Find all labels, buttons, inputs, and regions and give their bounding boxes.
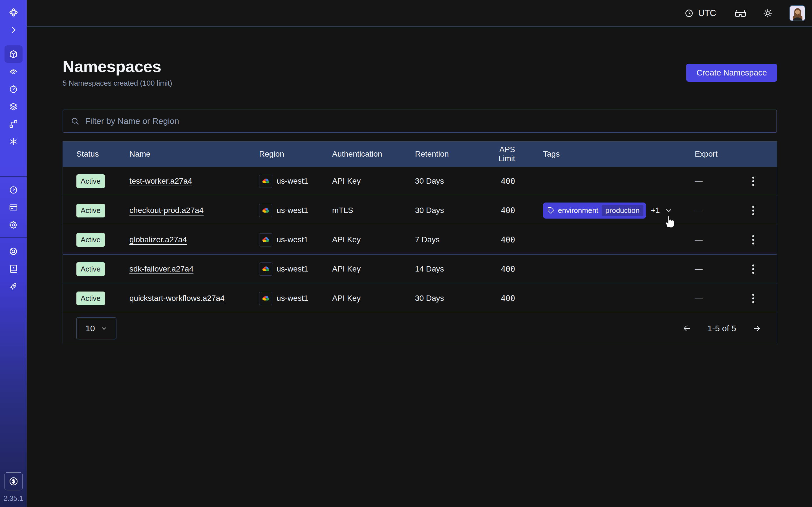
namespaces-page: 2.35.1 UTC Namespaces 5 Namespaces creat…: [0, 0, 812, 507]
export-value: —: [695, 206, 747, 215]
retention: 14 Days: [415, 265, 483, 274]
export-value: —: [695, 177, 747, 186]
namespace-count: 5 Namespaces created (100 limit): [63, 79, 172, 88]
badge-dollar-icon: [8, 476, 18, 487]
table-header: Status Name Region Authentication Retent…: [63, 142, 777, 166]
sidebar-item-schedules[interactable]: [4, 80, 22, 98]
sidebar-item-settings[interactable]: [4, 216, 22, 233]
tags-expand-chevron[interactable]: [665, 207, 673, 214]
layers-icon: [9, 102, 18, 111]
row-menu-button[interactable]: [751, 233, 756, 246]
clock-icon: [684, 9, 694, 18]
tag-pill[interactable]: environment production: [543, 203, 646, 219]
next-page-button[interactable]: [750, 323, 763, 334]
gear-icon: [9, 220, 18, 230]
col-aps-limit: APS Limit: [483, 145, 543, 163]
namespace-link[interactable]: checkout-prod.a27a4: [130, 206, 204, 215]
timer-icon: [9, 84, 18, 94]
sidebar-item-deployments[interactable]: [4, 98, 22, 115]
page-size-select[interactable]: 10: [77, 318, 116, 339]
sidebar-item-nexus[interactable]: [4, 63, 22, 80]
gcp-cloud-icon: [259, 263, 272, 276]
theme-toggle[interactable]: [763, 8, 772, 18]
row-menu-button[interactable]: [751, 292, 756, 305]
sidebar-item-batch-operations[interactable]: [4, 133, 22, 150]
col-status: Status: [77, 150, 130, 159]
export-value: —: [695, 235, 747, 244]
prev-page-button[interactable]: [680, 323, 693, 334]
col-authentication: Authentication: [332, 150, 415, 159]
status-badge: Active: [77, 291, 105, 305]
col-export: Export: [695, 150, 747, 159]
timezone-selector[interactable]: UTC: [684, 8, 716, 18]
aps-limit: 400: [483, 177, 543, 186]
credit-card-icon: [9, 203, 18, 212]
auth-method: API Key: [332, 265, 415, 274]
export-value: —: [695, 294, 747, 303]
sidebar-divider: [0, 237, 27, 238]
row-menu-button[interactable]: [751, 263, 756, 276]
namespace-link[interactable]: sdk-failover.a27a4: [130, 265, 193, 273]
region-label: us-west1: [276, 294, 308, 303]
page-size-value: 10: [86, 324, 95, 333]
namespaces-table: Status Name Region Authentication Retent…: [63, 142, 777, 344]
cube-icon: [9, 50, 18, 59]
namespace-link[interactable]: quickstart-workflows.a27a4: [130, 294, 225, 302]
book-sparkle-icon: [9, 264, 18, 274]
namespace-link[interactable]: test-worker.a27a4: [130, 177, 192, 185]
sidebar-item-support[interactable]: [4, 242, 22, 260]
status-badge: Active: [77, 262, 105, 276]
table-footer: 10 1-5 of 5: [63, 313, 777, 344]
sidebar-divider: [0, 176, 27, 177]
gcp-cloud-icon: [259, 292, 272, 305]
timezone-label: UTC: [698, 8, 716, 18]
gcp-cloud-icon: [259, 204, 272, 217]
region-label: us-west1: [276, 177, 308, 186]
row-menu-button[interactable]: [751, 204, 756, 217]
sidebar-item-getting-started[interactable]: [4, 277, 22, 295]
status-badge: Active: [77, 174, 105, 188]
table-row: Active checkout-prod.a27a4 us-west1 mTLS…: [63, 196, 777, 225]
chevron-down-icon: [101, 325, 107, 332]
branch-icon: [9, 119, 18, 129]
retention: 30 Days: [415, 206, 483, 215]
rocket-icon: [9, 282, 18, 291]
retention: 30 Days: [415, 177, 483, 186]
sidebar-collapse-button[interactable]: [4, 21, 22, 39]
gcp-cloud-icon: [259, 175, 272, 188]
sidebar-item-workflows[interactable]: [4, 115, 22, 133]
status-badge: Active: [77, 233, 105, 247]
temporal-logo-icon[interactable]: [4, 4, 22, 21]
sidebar-item-namespaces[interactable]: [4, 45, 22, 63]
table-row: Active test-worker.a27a4 us-west1 API Ke…: [63, 166, 777, 196]
retention: 7 Days: [415, 235, 483, 244]
auth-method: API Key: [332, 177, 415, 186]
asterisk-icon: [9, 137, 18, 146]
row-menu-button[interactable]: [751, 175, 756, 187]
app-version: 2.35.1: [4, 494, 23, 503]
sidebar: 2.35.1: [0, 0, 27, 507]
plan-button[interactable]: [4, 472, 22, 490]
aps-limit: 400: [483, 206, 543, 215]
filter-input[interactable]: [85, 116, 769, 126]
pagination-range: 1-5 of 5: [707, 324, 736, 333]
sidebar-item-usage[interactable]: [4, 181, 22, 199]
labs-toggle[interactable]: [735, 9, 746, 17]
table-row: Active globalizer.a27a4 us-west1 API Key…: [63, 225, 777, 255]
main-content: Namespaces 5 Namespaces created (100 lim…: [27, 28, 812, 507]
glasses-icon: [735, 9, 746, 17]
sidebar-item-billing[interactable]: [4, 199, 22, 216]
status-badge: Active: [77, 204, 105, 217]
user-avatar[interactable]: [790, 5, 805, 21]
namespace-link[interactable]: globalizer.a27a4: [130, 235, 187, 244]
pagination: 1-5 of 5: [680, 323, 763, 334]
tag-icon: [547, 207, 555, 214]
tags-cell: environment production +1: [543, 203, 695, 219]
create-namespace-button[interactable]: Create Namespace: [686, 64, 777, 82]
filter-bar: [63, 110, 777, 133]
tag-value: production: [602, 205, 643, 216]
chevron-down-icon: [665, 207, 673, 214]
sidebar-item-docs[interactable]: [4, 260, 22, 277]
aps-limit: 400: [483, 265, 543, 274]
lifebuoy-icon: [9, 247, 18, 256]
